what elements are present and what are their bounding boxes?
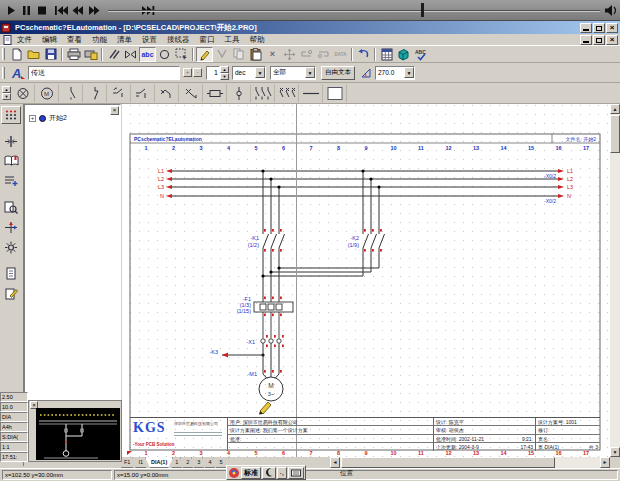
new-button[interactable] [8,47,25,62]
symbol-pushbutton-button[interactable] [179,84,203,103]
circle-button[interactable] [156,47,173,62]
vertical-scroll-thumb[interactable] [610,115,620,153]
print-setup-button[interactable] [82,47,99,62]
menu-item[interactable]: 功能 [87,35,112,45]
document-mdi-icon[interactable] [3,35,12,45]
ime-punctuation-button[interactable]: ·, [277,467,287,479]
symbol-lamp-button[interactable] [11,84,35,103]
toolbar-grip[interactable] [2,48,5,60]
document-button[interactable] [1,264,21,282]
chevron-down-icon[interactable]: ▼ [305,67,315,78]
pickmenu-down-button[interactable]: ▼ [2,93,11,100]
reference-a-button[interactable] [298,47,315,62]
mdi-minimize-button[interactable] [580,35,592,45]
pickmenu-up-button[interactable]: ▲ [2,86,11,93]
edit-page-button[interactable] [1,284,21,302]
delete-button[interactable]: × [264,47,281,62]
drawing-canvas[interactable]: L1 L2 L3 N L1 L2 L3 N -X0/2 -X0/2 [122,104,610,457]
scope-combo[interactable]: 全部 ▼ [270,66,316,80]
open-button[interactable] [25,47,42,62]
horizontal-scroll-thumb[interactable] [341,457,555,468]
scroll-right-button[interactable]: ► [600,457,610,468]
tree-close-button[interactable]: × [110,106,119,115]
paste-button[interactable] [247,47,264,62]
angle-combo[interactable]: 270.0 ▼ [375,66,415,80]
ime-keyboard-button[interactable] [288,467,304,479]
spin-down-button[interactable]: ▼ [220,73,229,80]
draw-lines-button[interactable] [105,47,122,62]
ime-mode-button[interactable]: 标准 [241,467,261,479]
copy-button[interactable] [230,47,247,62]
symbol-name-input[interactable] [28,66,180,80]
symbol-grid-button[interactable] [1,106,21,124]
ime-fullwidth-button[interactable] [262,467,276,479]
symbol-breaker-3p-button[interactable] [275,84,299,103]
play-icon[interactable] [8,6,15,15]
free-text-toggle[interactable]: 自由文本 [321,66,355,80]
area-select-button[interactable] [173,47,190,62]
print-button[interactable] [65,47,82,62]
menu-item[interactable]: 窗口 [195,35,220,45]
menu-item[interactable]: 查看 [62,35,87,45]
move-button[interactable] [281,47,298,62]
close-button[interactable]: × [606,23,618,33]
symbols-button[interactable] [122,47,139,62]
data-button[interactable]: DATA [332,47,349,62]
stop-icon[interactable] [38,7,46,15]
symbol-contact-delay2-button[interactable] [131,84,155,103]
expand-icon[interactable]: + [29,115,36,122]
symbol-contactor-3p-button[interactable] [251,84,275,103]
ime-icon[interactable] [228,467,240,479]
spin-up-button[interactable]: ▲ [220,66,229,73]
reference-b-button[interactable] [315,47,332,62]
scroll-down-button[interactable]: ▼ [610,447,620,457]
symbol-contact-nc-button[interactable] [83,84,107,103]
tab-dia1[interactable]: DIA(1) [145,457,173,468]
count-value[interactable]: 1 [206,66,220,80]
scroll-up-button[interactable]: ▲ [610,104,620,114]
toolbar-grip[interactable] [2,67,5,79]
tree-root-node[interactable]: + 开始2 [29,113,120,123]
chevron-down-icon[interactable]: ▼ [404,67,414,78]
menu-item[interactable]: 帮助 [245,35,270,45]
settings-button[interactable] [1,238,21,256]
navigate-button[interactable] [1,218,21,236]
text-properties-button[interactable]: A [8,65,28,80]
chevron-down-icon[interactable]: ▼ [255,67,265,78]
rewind-icon[interactable] [73,6,84,15]
seek-slider-track[interactable] [108,10,600,12]
pencil-button[interactable] [196,47,213,62]
net-button[interactable] [213,47,230,62]
book-button[interactable] [1,152,21,170]
symbol-coil-button[interactable] [203,84,227,103]
menu-item[interactable]: 清单 [112,35,137,45]
menu-item[interactable]: 设置 [137,35,162,45]
minus-button[interactable]: - [193,68,202,77]
spellcheck-button[interactable]: ABC [412,47,429,62]
plus-button[interactable]: + [183,68,192,77]
menu-item[interactable]: 文件 [12,35,37,45]
mdi-close-button[interactable]: × [606,35,618,45]
text-mode-button[interactable]: abc [139,47,156,62]
mdi-restore-button[interactable] [593,35,605,45]
symbol-contact-no-button[interactable] [59,84,83,103]
symbol-contact-delay-button[interactable] [107,84,131,103]
model-3d-button[interactable] [395,47,412,62]
find-button[interactable] [1,198,21,216]
minimize-button[interactable] [580,23,592,33]
list-add-button[interactable] [1,172,21,190]
preview-canvas[interactable] [36,408,120,460]
save-button[interactable] [42,47,59,62]
symbol-line-button[interactable] [299,84,323,103]
restore-button[interactable] [593,23,605,33]
seek-slider-thumb[interactable] [421,3,424,17]
pause-icon[interactable] [23,6,30,15]
vertical-scrollbar[interactable]: ▲ ▼ [610,104,620,457]
skip-start-icon[interactable] [55,6,68,15]
symbol-limit-switch-button[interactable] [155,84,179,103]
symbol-terminal-button[interactable] [227,84,251,103]
align-button[interactable] [1,132,21,150]
forward-icon[interactable] [89,6,100,15]
undo-button[interactable] [355,47,372,62]
scroll-left-button[interactable]: ◄ [330,457,340,468]
